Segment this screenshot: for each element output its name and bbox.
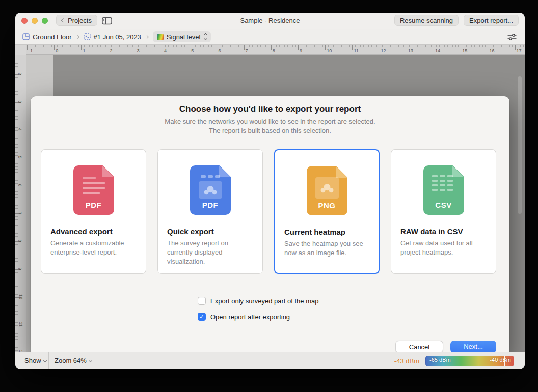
file-type-badge: CSV xyxy=(423,201,464,209)
statusbar-divider xyxy=(93,352,93,369)
status-bar: Show Zoom 64% -43 dBm -65 dBm -40 dBm xyxy=(15,352,525,369)
card-description: Save the heatmap you see now as an image… xyxy=(284,239,369,258)
breadcrumb-separator-icon xyxy=(145,35,149,38)
card-description: Get raw data used for all project heatma… xyxy=(400,239,487,257)
checkbox-label: Export only surveyed part of the map xyxy=(210,297,318,305)
file-type-badge: PDF xyxy=(190,201,231,209)
signal-legend: -65 dBm -40 dBm xyxy=(425,356,514,366)
breadcrumb: Ground Floor #1 Jun 05, 2023 Signal leve… xyxy=(15,29,525,45)
resume-scanning-button[interactable]: Resume scanning xyxy=(394,15,459,26)
card-description: Generate a customizable enterprise-level… xyxy=(50,239,137,257)
floorplan-icon xyxy=(22,33,30,40)
sliders-icon xyxy=(507,33,517,41)
title-bar: Projects Sample - Residence Resume scann… xyxy=(15,13,525,29)
card-title: RAW data in CSV xyxy=(400,227,487,236)
legend-max-label: -40 dBm xyxy=(490,357,511,363)
chevron-updown-icon xyxy=(204,34,207,40)
dialog-title: Choose how you'd like to export your rep… xyxy=(31,104,509,115)
dialog-subtitle: Make sure the networks you would like to… xyxy=(31,118,509,125)
card-title: Current heatmap xyxy=(284,228,369,236)
checkbox-label: Open report after exporting xyxy=(210,313,290,321)
file-type-badge: PNG xyxy=(307,201,347,210)
breadcrumb-floor[interactable]: Ground Floor xyxy=(22,33,72,41)
visualization-label: Signal level xyxy=(167,33,201,41)
app-window: Projects Sample - Residence Resume scann… xyxy=(15,13,525,369)
ruler-ticks xyxy=(27,45,525,54)
checkbox-unchecked-icon[interactable] xyxy=(198,297,206,305)
csv-file-icon: CSV xyxy=(423,165,464,215)
legend-current-marker xyxy=(504,356,505,366)
breadcrumb-separator-icon xyxy=(76,35,79,38)
pdf-file-icon: PDF xyxy=(73,165,114,215)
png-file-icon: PNG xyxy=(307,166,347,215)
dialog-subtitle: The report is built based on this select… xyxy=(31,127,509,134)
ruler-corner xyxy=(15,45,26,55)
resume-scanning-label: Resume scanning xyxy=(400,17,453,24)
breadcrumb-snapshot[interactable]: #1 Jun 05, 2023 xyxy=(84,33,141,41)
show-dropdown[interactable]: Show xyxy=(24,352,46,369)
card-raw-csv[interactable]: CSV RAW data in CSV Get raw data used fo… xyxy=(391,149,496,274)
ruler-vertical: 23456789101112 xyxy=(15,55,26,352)
filter-options-button[interactable] xyxy=(507,33,517,42)
checkbox-checked-icon[interactable]: ✓ xyxy=(198,313,206,321)
zoom-label: Zoom 64% xyxy=(55,357,87,365)
legend-min-label: -65 dBm xyxy=(429,357,451,363)
snapshot-icon xyxy=(84,33,91,40)
checkbox-open-after-export[interactable]: ✓ Open report after exporting xyxy=(198,313,290,321)
cancel-button[interactable]: Cancel xyxy=(395,341,443,352)
card-advanced-export[interactable]: PDF Advanced export Generate a customiza… xyxy=(41,149,146,274)
pdf-file-icon: PDF xyxy=(190,165,231,215)
card-title: Advanced export xyxy=(50,227,137,236)
show-label: Show xyxy=(24,357,41,365)
card-description: The survey report on currently displayed… xyxy=(167,239,253,266)
current-signal-value: -43 dBm xyxy=(394,357,419,365)
card-current-heatmap[interactable]: PNG Current heatmap Save the heatmap you… xyxy=(274,149,380,274)
export-options: PDF Advanced export Generate a customiza… xyxy=(41,149,496,274)
next-button[interactable]: Next... xyxy=(450,341,496,352)
breadcrumb-floor-label: Ground Floor xyxy=(33,33,72,41)
zoom-dropdown[interactable]: Zoom 64% xyxy=(55,352,92,369)
checkbox-surveyed-only[interactable]: Export only surveyed part of the map xyxy=(198,297,318,305)
breadcrumb-snapshot-label: #1 Jun 05, 2023 xyxy=(94,33,141,41)
heatmap-icon xyxy=(157,34,164,40)
vertical-scrollbar[interactable] xyxy=(518,76,522,214)
canvas-area: 23456789101112 xyxy=(15,55,525,352)
export-report-button[interactable]: Export report... xyxy=(464,15,519,26)
visualization-selector[interactable]: Signal level xyxy=(153,31,211,42)
statusbar-divider xyxy=(48,352,49,369)
export-dialog: Choose how you'd like to export your rep… xyxy=(31,96,509,352)
ruler-horizontal: -101234567891011121314151617 xyxy=(15,45,525,55)
chevron-down-icon xyxy=(43,359,46,362)
card-title: Quick export xyxy=(167,227,253,236)
ruler-ticks xyxy=(15,55,26,352)
file-type-badge: PDF xyxy=(73,201,114,209)
export-report-label: Export report... xyxy=(469,17,513,24)
chevron-down-icon xyxy=(89,359,92,362)
card-quick-export[interactable]: PDF Quick export The survey report on cu… xyxy=(157,149,263,274)
